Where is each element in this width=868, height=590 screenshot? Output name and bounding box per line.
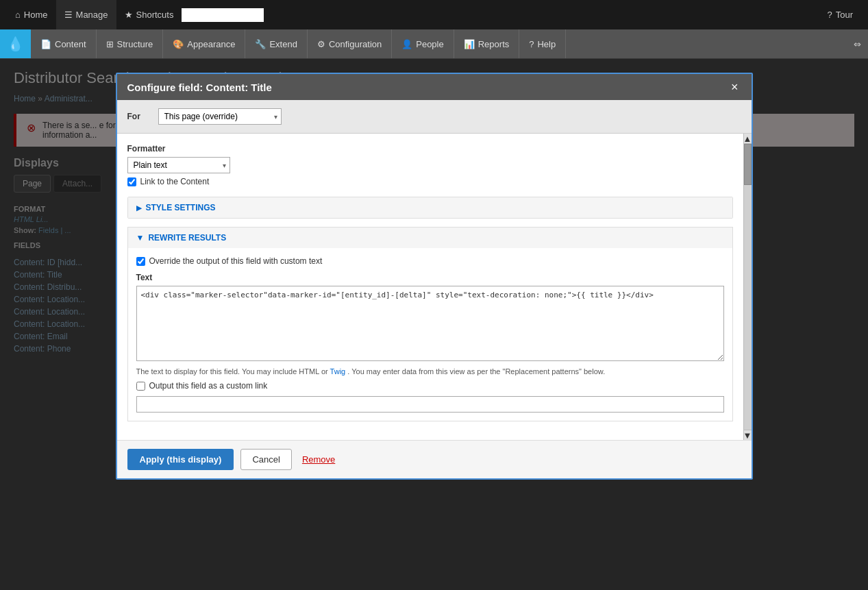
nav-toggle-icon[interactable]: ⇔ — [854, 39, 861, 49]
rewrite-results-header[interactable]: ▼ REWRITE RESULTS — [128, 228, 732, 248]
reports-label: Reports — [478, 39, 510, 49]
modal-body-area: Formatter Plain text Hidden Rendered ent… — [117, 134, 752, 440]
modal-scrollbar[interactable]: ▲ ▼ — [743, 134, 752, 440]
override-checkbox-row: Override the output of this field with c… — [136, 256, 724, 266]
link-checkbox-row: Link to the Content — [127, 177, 733, 186]
content-label: Content — [55, 39, 86, 49]
structure-nav-item[interactable]: ⊞ Structure — [97, 29, 164, 58]
shortcuts-label: Shortcuts — [136, 10, 174, 20]
reports-icon: 📊 — [464, 39, 475, 49]
formatter-section: Formatter Plain text Hidden Rendered ent… — [127, 144, 733, 186]
close-button[interactable]: × — [728, 81, 741, 93]
manage-nav-item[interactable]: ☰ Manage — [56, 0, 116, 29]
modal-overlay: Configure field: Content: Title × For Th… — [0, 59, 868, 590]
formatter-select-wrapper: Plain text Hidden Rendered entity — [127, 157, 230, 173]
nav-right-area: ⇔ — [847, 29, 868, 58]
tour-icon: ? — [827, 10, 832, 20]
for-select-wrapper: This page (override) All displays Page — [158, 108, 282, 125]
help-text-before: The text to display for this field. You … — [136, 367, 328, 376]
second-navbar: 💧 📄 Content ⊞ Structure 🎨 Appearance 🔧 E… — [0, 29, 868, 59]
structure-icon: ⊞ — [106, 39, 114, 49]
formatter-select[interactable]: Plain text Hidden Rendered entity — [127, 157, 230, 173]
text-label: Text — [136, 273, 724, 282]
appearance-nav-item[interactable]: 🎨 Appearance — [163, 29, 245, 58]
structure-label: Structure — [117, 39, 153, 49]
tour-label: Tour — [836, 10, 853, 20]
shortcuts-nav-item[interactable]: ★ Shortcuts — [116, 0, 182, 29]
scroll-down-button[interactable]: ▼ — [744, 430, 752, 440]
configure-field-modal: Configure field: Content: Title × For Th… — [116, 73, 753, 480]
extend-nav-item[interactable]: 🔧 Extend — [245, 29, 307, 58]
modal-footer: Apply (this display) Cancel Remove — [117, 440, 752, 478]
override-label[interactable]: Override the output of this field with c… — [149, 256, 323, 266]
appearance-icon: 🎨 — [173, 39, 184, 49]
scrollbar-thumb[interactable] — [744, 144, 752, 185]
home-label: Home — [24, 10, 48, 20]
rewrite-results-section: ▼ REWRITE RESULTS Override the output of… — [127, 227, 733, 421]
cancel-button[interactable]: Cancel — [240, 449, 291, 470]
manage-icon: ☰ — [64, 10, 73, 20]
formatter-row: Plain text Hidden Rendered entity — [127, 157, 733, 173]
for-select[interactable]: This page (override) All displays Page — [158, 108, 282, 125]
formatter-label: Formatter — [127, 144, 733, 153]
scroll-up-button[interactable]: ▲ — [744, 134, 752, 144]
override-checkbox[interactable] — [136, 257, 145, 266]
appearance-label: Appearance — [187, 39, 235, 49]
configuration-label: Configuration — [329, 39, 382, 49]
modal-title: Configure field: Content: Title — [127, 82, 272, 93]
style-settings-section: ▶ STYLE SETTINGS — [127, 197, 733, 219]
link-checkbox[interactable] — [127, 177, 136, 186]
text-textarea[interactable]: <div class="marker-selector"data-marker-… — [136, 286, 724, 361]
config-icon: ⚙ — [317, 39, 325, 49]
help-nav-item[interactable]: ? Help — [519, 29, 566, 58]
manage-label: Manage — [76, 10, 108, 20]
output-link-checkbox-row: Output this field as a custom link — [136, 381, 724, 391]
people-label: People — [416, 39, 443, 49]
content-nav-item[interactable]: 📄 Content — [31, 29, 97, 58]
home-icon: ⌂ — [15, 10, 21, 20]
people-icon: 👤 — [401, 39, 412, 49]
drupal-icon: 💧 — [7, 36, 24, 52]
for-label: For — [127, 112, 148, 121]
top-navbar: ⌂ Home ☰ Manage ★ Shortcuts ? Tour — [0, 0, 868, 29]
modal-main-content: Formatter Plain text Hidden Rendered ent… — [117, 134, 743, 440]
search-input[interactable] — [182, 8, 264, 22]
help-icon: ? — [529, 39, 534, 49]
modal-header: Configure field: Content: Title × — [117, 74, 752, 100]
rewrite-results-label: REWRITE RESULTS — [148, 233, 226, 243]
remove-button[interactable]: Remove — [299, 450, 338, 469]
custom-link-input[interactable] — [136, 396, 724, 413]
output-link-checkbox[interactable] — [136, 382, 145, 391]
configuration-nav-item[interactable]: ⚙ Configuration — [308, 29, 392, 58]
link-checkbox-label[interactable]: Link to the Content — [140, 177, 210, 186]
style-settings-header[interactable]: ▶ STYLE SETTINGS — [128, 197, 732, 218]
extend-icon: 🔧 — [255, 39, 266, 49]
tour-nav-item[interactable]: ? Tour — [819, 0, 861, 29]
shortcuts-icon: ★ — [125, 10, 133, 20]
twig-link[interactable]: Twig — [330, 367, 346, 376]
extend-label: Extend — [269, 39, 297, 49]
rewrite-results-content: Override the output of this field with c… — [128, 248, 732, 421]
reports-nav-item[interactable]: 📊 Reports — [454, 29, 520, 58]
drupal-logo: 💧 — [0, 29, 31, 58]
style-collapse-icon: ▶ — [136, 204, 142, 212]
output-link-label[interactable]: Output this field as a custom link — [149, 381, 268, 391]
apply-button[interactable]: Apply (this display) — [127, 449, 234, 470]
help-text-after: . You may enter data from this view as p… — [347, 367, 605, 376]
rewrite-expand-icon: ▼ — [136, 233, 145, 243]
help-label: Help — [537, 39, 556, 49]
content-icon: 📄 — [40, 39, 51, 49]
for-row: For This page (override) All displays Pa… — [117, 100, 752, 134]
people-nav-item[interactable]: 👤 People — [392, 29, 454, 58]
home-nav-item[interactable]: ⌂ Home — [7, 0, 56, 29]
help-text: The text to display for this field. You … — [136, 367, 724, 376]
main-background: Distributor Search proximetery (Content)… — [0, 59, 868, 590]
style-settings-label: STYLE SETTINGS — [146, 203, 216, 212]
